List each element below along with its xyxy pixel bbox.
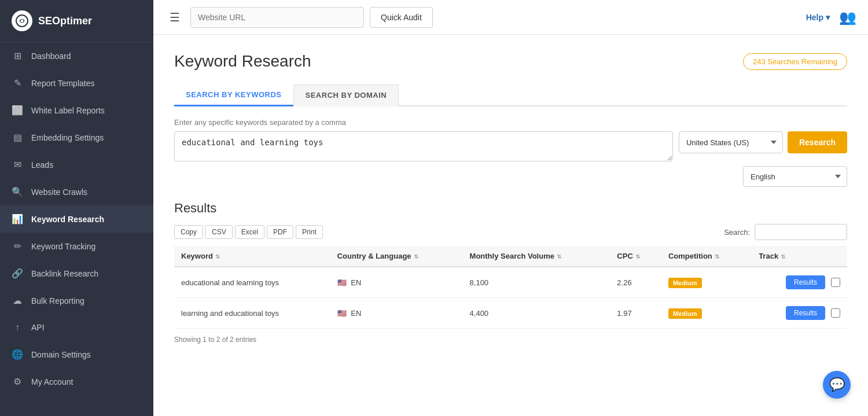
website-crawls-icon: 🔍 <box>12 186 23 197</box>
competition-badge: Medium <box>668 308 702 319</box>
sidebar-item-label: Bulk Reporting <box>31 296 84 305</box>
svg-point-1 <box>21 20 24 23</box>
track-checkbox[interactable] <box>831 278 840 287</box>
col-header-monthly-search-volume: Monthly Search Volume⇅ <box>463 246 610 267</box>
user-icon[interactable]: 👥 <box>839 9 856 25</box>
quick-audit-button[interactable]: Quick Audit <box>370 7 433 28</box>
sidebar-item-label: Website Crawls <box>31 187 87 197</box>
sidebar-item-label: Keyword Research <box>31 215 104 224</box>
sidebar: SEOptimer ⊞ Dashboard ✎ Report Templates… <box>0 0 153 416</box>
keyword-input[interactable]: educational and learning toys <box>174 131 673 161</box>
sort-icon[interactable]: ⇅ <box>635 253 640 260</box>
results-toolbar: CopyCSVExcelPDFPrint Search: <box>174 224 847 240</box>
sort-icon[interactable]: ⇅ <box>557 253 561 260</box>
topbar-right: Help ▾ 👥 <box>806 9 856 25</box>
col-header-country-language: Country & Language⇅ <box>330 246 463 267</box>
track-cell: Results <box>752 267 847 298</box>
language-code: EN <box>351 278 361 287</box>
white-label-reports-icon: ⬜ <box>12 105 23 116</box>
competition-badge: Medium <box>668 278 702 288</box>
sort-icon[interactable]: ⇅ <box>715 253 719 260</box>
sidebar-item-report-templates[interactable]: ✎ Report Templates <box>0 69 153 97</box>
keyword-cell: educational and learning toys <box>174 267 330 298</box>
sidebar-item-keyword-tracking[interactable]: ✏ Keyword Tracking <box>0 233 153 260</box>
export-print-button[interactable]: Print <box>296 225 323 239</box>
view-results-button[interactable]: Results <box>786 275 825 289</box>
hamburger-icon[interactable]: ☰ <box>165 8 185 27</box>
sidebar-item-api[interactable]: ↑ API <box>0 314 153 341</box>
report-templates-icon: ✎ <box>12 78 23 89</box>
sidebar-item-label: Backlink Research <box>31 269 98 278</box>
export-csv-button[interactable]: CSV <box>205 225 233 239</box>
sidebar-item-embedding-settings[interactable]: ▤ Embedding Settings <box>0 124 153 151</box>
sort-icon[interactable]: ⇅ <box>781 253 785 260</box>
page-header: Keyword Research 243 Searches Remaining <box>174 52 847 71</box>
logo-icon <box>12 10 32 31</box>
sidebar-item-label: Leads <box>31 160 53 170</box>
table-search-label: Search: <box>724 228 750 237</box>
language-select[interactable]: EnglishSpanishFrenchGerman <box>743 166 847 187</box>
col-header-competition: Competition⇅ <box>661 246 752 267</box>
form-hint: Enter any specific keywords separated by… <box>174 118 847 127</box>
chat-bubble[interactable]: 💬 <box>823 371 851 399</box>
table-search-input[interactable] <box>755 224 847 240</box>
cpc-cell: 1.97 <box>610 298 661 329</box>
help-button[interactable]: Help ▾ <box>806 13 830 22</box>
backlink-research-icon: 🔗 <box>12 268 23 279</box>
showing-entries-text: Showing 1 to 2 of 2 entries <box>174 336 847 344</box>
sidebar-item-domain-settings[interactable]: 🌐 Domain Settings <box>0 341 153 368</box>
table-row: educational and learning toys 🇺🇸 EN 8,10… <box>174 267 847 298</box>
research-button[interactable]: Research <box>788 131 847 153</box>
topbar: ☰ Quick Audit Help ▾ 👥 <box>153 0 868 35</box>
sidebar-item-label: API <box>31 323 45 332</box>
country-language-cell: 🇺🇸 EN <box>330 298 463 329</box>
sidebar-item-backlink-research[interactable]: 🔗 Backlink Research <box>0 260 153 287</box>
brand-name: SEOptimer <box>38 15 92 27</box>
export-buttons: CopyCSVExcelPDFPrint <box>174 225 323 239</box>
export-pdf-button[interactable]: PDF <box>267 225 293 239</box>
flag-icon: 🇺🇸 <box>337 278 347 287</box>
sort-icon[interactable]: ⇅ <box>414 253 418 260</box>
leads-icon: ✉ <box>12 159 23 170</box>
language-row: EnglishSpanishFrenchGerman <box>174 166 847 187</box>
competition-cell: Medium <box>661 267 752 298</box>
track-checkbox[interactable] <box>831 308 840 318</box>
api-icon: ↑ <box>12 322 23 333</box>
tab-by-domain[interactable]: SEARCH BY DOMAIN <box>293 84 399 106</box>
sidebar-item-leads[interactable]: ✉ Leads <box>0 151 153 178</box>
sidebar-item-white-label-reports[interactable]: ⬜ White Label Reports <box>0 97 153 124</box>
sidebar-item-label: Embedding Settings <box>31 133 104 142</box>
sidebar-item-website-crawls[interactable]: 🔍 Website Crawls <box>0 178 153 205</box>
brand-logo[interactable]: SEOptimer <box>0 0 153 42</box>
cpc-cell: 2.26 <box>610 267 661 298</box>
sidebar-item-keyword-research[interactable]: 📊 Keyword Research <box>0 205 153 233</box>
export-excel-button[interactable]: Excel <box>235 225 264 239</box>
searches-remaining-badge: 243 Searches Remaining <box>743 53 847 70</box>
keyword-research-icon: 📊 <box>12 213 23 224</box>
export-copy-button[interactable]: Copy <box>174 225 203 239</box>
col-header-track: Track⇅ <box>752 246 847 267</box>
country-select[interactable]: United States (US)United Kingdom (UK)Can… <box>679 131 783 153</box>
country-language-cell: 🇺🇸 EN <box>330 267 463 298</box>
sidebar-item-dashboard[interactable]: ⊞ Dashboard <box>0 42 153 69</box>
sort-icon[interactable]: ⇅ <box>215 253 220 260</box>
my-account-icon: ⚙ <box>12 376 23 387</box>
url-input[interactable] <box>190 7 364 28</box>
view-results-button[interactable]: Results <box>786 306 825 320</box>
results-title: Results <box>174 201 847 216</box>
sidebar-item-my-account[interactable]: ⚙ My Account <box>0 368 153 395</box>
sidebar-item-label: Report Templates <box>31 79 94 88</box>
tab-by-keywords[interactable]: SEARCH BY KEYWORDS <box>174 84 293 106</box>
page-title: Keyword Research <box>174 52 311 71</box>
chevron-down-icon: ▾ <box>826 13 830 22</box>
domain-settings-icon: 🌐 <box>12 349 23 360</box>
sidebar-item-bulk-reporting[interactable]: ☁ Bulk Reporting <box>0 287 153 314</box>
bulk-reporting-icon: ☁ <box>12 295 23 306</box>
sidebar-item-label: Keyword Tracking <box>31 242 95 251</box>
sidebar-item-label: Dashboard <box>31 51 71 61</box>
keyword-cell: learning and educational toys <box>174 298 330 329</box>
content-area: Keyword Research 243 Searches Remaining … <box>153 35 868 416</box>
sidebar-item-label: Domain Settings <box>31 350 91 359</box>
keyword-tracking-icon: ✏ <box>12 241 23 252</box>
sidebar-item-label: My Account <box>31 377 73 386</box>
